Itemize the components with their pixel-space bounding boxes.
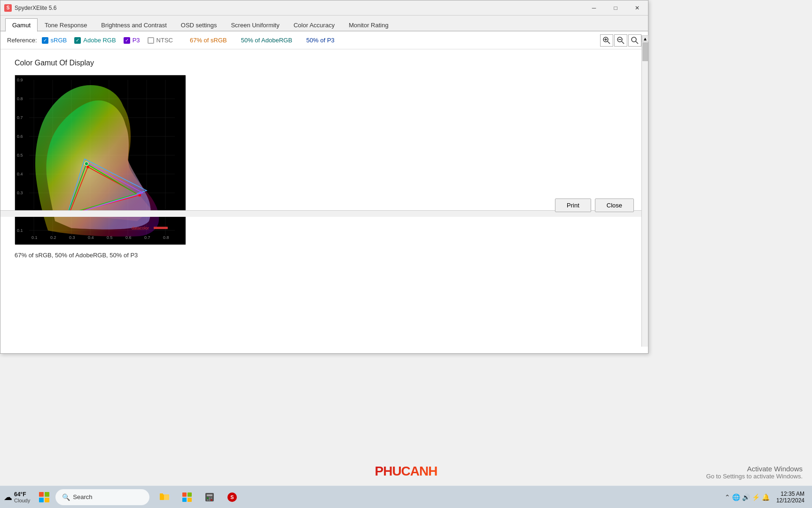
taskbar-search[interactable]: 🔍 Search (55, 489, 149, 505)
scroll-thumb[interactable] (642, 42, 648, 61)
action-buttons: Print Close (555, 198, 634, 212)
app-icon: S (4, 4, 12, 12)
svg-point-67 (209, 499, 211, 500)
tab-color-accuracy[interactable]: Color Accuracy (287, 18, 342, 32)
svg-rect-53 (154, 227, 168, 229)
ref-ntsc[interactable]: NTSC (148, 37, 173, 44)
svg-text:0.1: 0.1 (31, 235, 38, 240)
tray-battery[interactable]: ⚡ (752, 493, 760, 501)
svg-text:0.7: 0.7 (144, 235, 150, 240)
tab-brightness-contrast[interactable]: Brightness and Contrast (94, 18, 173, 32)
tray-network[interactable]: 🌐 (732, 493, 740, 501)
svg-text:S: S (231, 494, 234, 500)
tab-tone-response[interactable]: Tone Response (38, 18, 94, 32)
activate-subtitle: Go to Settings to activate Windows. (706, 473, 803, 480)
zoom-out-button[interactable] (614, 34, 627, 47)
print-button[interactable]: Print (555, 198, 591, 212)
gamut-chart: 0.1 0.2 0.3 0.4 0.5 0.6 0.7 0.8 0.1 0.2 … (15, 75, 185, 244)
svg-text:0.6: 0.6 (17, 134, 23, 139)
maximize-button[interactable]: □ (605, 0, 626, 16)
tray-volume[interactable]: 🔊 (742, 493, 750, 501)
svg-text:0.9: 0.9 (17, 78, 23, 82)
ref-p3-checkbox[interactable]: ✓ (124, 37, 130, 44)
ref-p3[interactable]: ✓ P3 (124, 37, 140, 44)
svg-point-7 (632, 37, 636, 42)
start-button[interactable] (35, 488, 54, 507)
taskbar-app-calc[interactable] (199, 487, 220, 508)
close-button[interactable]: ✕ (626, 0, 648, 16)
svg-point-63 (207, 497, 209, 499)
svg-point-64 (209, 497, 211, 499)
stat-p3: 50% of P3 (306, 37, 335, 44)
svg-text:0.2: 0.2 (50, 235, 56, 240)
activate-windows-watermark: Activate Windows Go to Settings to activ… (706, 465, 803, 480)
ref-adobe-rgb-label: Adobe RGB (83, 37, 116, 44)
phucanh-logo: PHUCANH (359, 457, 453, 485)
svg-point-50 (85, 162, 88, 166)
svg-text:0.4: 0.4 (17, 172, 23, 176)
gamut-caption: 67% of sRGB, 50% of AdobeRGB, 50% of P3 (15, 252, 634, 259)
svg-point-66 (207, 499, 209, 500)
zoom-reset-button[interactable] (628, 34, 641, 47)
ref-srgb-label: sRGB (51, 37, 67, 44)
search-icon: 🔍 (62, 493, 70, 501)
svg-point-68 (211, 499, 212, 500)
tab-osd-settings[interactable]: OSD settings (174, 18, 224, 32)
svg-line-8 (636, 41, 638, 44)
close-action-button[interactable]: Close (595, 198, 634, 212)
clock-date: 12/12/2024 (776, 497, 804, 504)
svg-text:0.1: 0.1 (17, 228, 23, 233)
ref-adobe-rgb-checkbox[interactable]: ✓ (74, 37, 81, 44)
zoom-controls (600, 34, 641, 47)
ref-ntsc-label: NTSC (156, 37, 173, 44)
svg-text:0.4: 0.4 (88, 235, 94, 240)
svg-text:0.3: 0.3 (69, 235, 75, 240)
minimize-button[interactable]: ─ (583, 0, 605, 16)
svg-rect-57 (182, 492, 187, 497)
svg-text:0.5: 0.5 (17, 153, 23, 158)
logo-text: PHUCANH (375, 464, 437, 479)
svg-rect-58 (187, 492, 192, 497)
activate-title: Activate Windows (706, 465, 803, 473)
svg-text:0.8: 0.8 (17, 96, 23, 101)
svg-rect-62 (207, 494, 212, 496)
stat-srgb: 67% of sRGB (190, 37, 227, 44)
ref-adobe-rgb[interactable]: ✓ Adobe RGB (74, 37, 116, 44)
content-title: Color Gamut Of Display (15, 59, 634, 67)
system-clock[interactable]: 12:35 AM 12/12/2024 (773, 491, 808, 504)
window-controls: ─ □ ✕ (583, 0, 648, 16)
system-tray: ⌃ 🌐 🔊 ⚡ 🔔 12:35 AM 12/12/2024 (725, 491, 808, 504)
tray-chevron[interactable]: ⌃ (725, 493, 730, 501)
tab-monitor-rating[interactable]: Monitor Rating (342, 18, 396, 32)
reference-label: Reference: (7, 37, 37, 44)
tray-notification[interactable]: 🔔 (762, 493, 770, 501)
zoom-in-button[interactable] (600, 34, 613, 47)
taskbar-app-spyder[interactable]: S (222, 487, 242, 508)
app-window: S SpyderXElite 5.6 ─ □ ✕ Gamut Tone Resp… (0, 0, 648, 354)
taskbar-app-files[interactable] (154, 487, 175, 508)
horizontal-scrollbar[interactable] (0, 210, 641, 217)
ref-ntsc-checkbox[interactable] (148, 37, 154, 44)
tab-gamut[interactable]: Gamut (5, 18, 38, 32)
tab-screen-uniformity[interactable]: Screen Uniformity (224, 18, 286, 32)
window-title: SpyderXElite 5.6 (15, 5, 56, 11)
svg-rect-59 (182, 498, 187, 502)
weather-info: 64°F Cloudy (14, 491, 30, 503)
weather-widget[interactable]: ☁ 64°F Cloudy (4, 491, 30, 503)
svg-rect-55 (160, 493, 163, 495)
scroll-up-arrow[interactable]: ▲ (642, 35, 648, 42)
svg-rect-54 (160, 494, 164, 500)
svg-text:0.3: 0.3 (17, 190, 23, 195)
vertical-scrollbar[interactable]: ▲ (641, 35, 648, 347)
search-label: Search (73, 493, 92, 500)
weather-temp: 64°F (14, 491, 30, 498)
main-content: Color Gamut Of Display (0, 49, 648, 342)
svg-line-5 (622, 41, 624, 44)
tab-bar: Gamut Tone Response Brightness and Contr… (0, 16, 648, 32)
taskbar-app-store[interactable] (177, 487, 197, 508)
tray-icons: ⌃ 🌐 🔊 ⚡ 🔔 (725, 493, 770, 501)
svg-text:0.7: 0.7 (17, 115, 23, 120)
ref-srgb[interactable]: ✓ sRGB (42, 37, 67, 44)
svg-line-1 (608, 41, 610, 44)
ref-srgb-checkbox[interactable]: ✓ (42, 37, 48, 44)
